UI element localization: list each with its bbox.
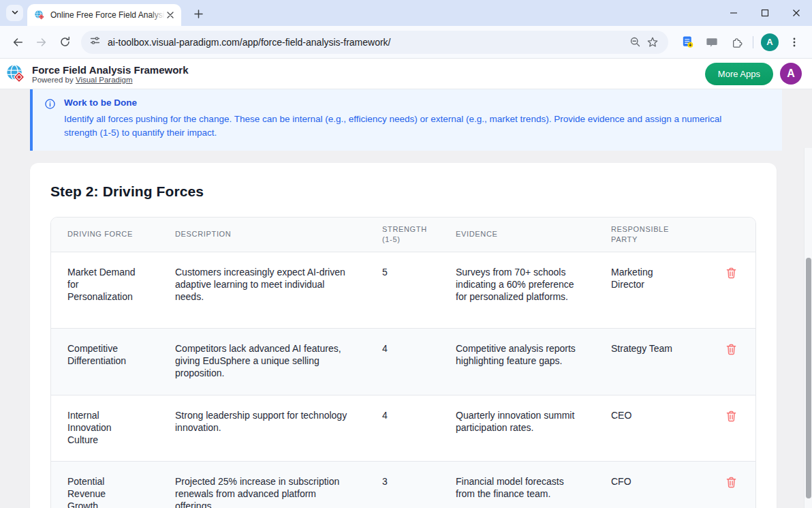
sidepanel-comment-icon[interactable]	[702, 32, 722, 53]
bookmark-star-icon[interactable]	[644, 33, 661, 51]
driving-forces-table: Driving Force Description Strength (1-5)…	[50, 217, 756, 508]
cell-responsible-party: Marketing Director	[595, 252, 690, 328]
cell-responsible-party: CEO	[595, 395, 690, 461]
back-button[interactable]	[7, 31, 28, 53]
app-header: Force Field Analysis Framework Powered b…	[0, 59, 812, 89]
delete-row-button[interactable]	[726, 410, 736, 422]
user-avatar[interactable]: A	[780, 63, 802, 85]
col-header-strength: Strength (1-5)	[366, 218, 439, 252]
page-scrollbar	[804, 148, 812, 508]
extensions-puzzle-icon[interactable]	[726, 32, 747, 53]
cell-evidence: Financial model forecasts from the finan…	[439, 461, 595, 508]
cell-strength: 4	[366, 328, 439, 395]
scrollbar-thumb[interactable]	[806, 258, 811, 498]
browser-profile-avatar[interactable]: A	[760, 32, 780, 53]
cell-description: Projected 25% increase in subscription r…	[159, 461, 366, 508]
tab-search-button[interactable]	[6, 5, 23, 21]
col-header-actions	[690, 218, 755, 252]
cell-evidence: Quarterly innovation summit participatio…	[439, 395, 595, 461]
tab-close-icon[interactable]	[165, 10, 176, 20]
site-settings-icon[interactable]	[89, 35, 101, 49]
banner-title: Work to be Done	[64, 98, 755, 108]
chevron-down-icon	[11, 7, 19, 19]
site-favicon-icon	[34, 10, 45, 20]
col-header-evidence: Evidence	[439, 218, 595, 252]
browser-menu-icon[interactable]	[784, 32, 805, 53]
tab-title: Online Free Force Field Analysis	[50, 10, 165, 20]
delete-row-button[interactable]	[726, 267, 736, 279]
toolbar-separator	[753, 36, 753, 48]
cell-strength: 5	[366, 252, 439, 328]
app-header-titles: Force Field Analysis Framework Powered b…	[32, 64, 189, 84]
cell-driving-force: Internal Innovation Culture	[51, 395, 159, 461]
url-text[interactable]: ai-toolbox.visual-paradigm.com/app/force…	[108, 37, 626, 48]
trash-icon	[726, 477, 736, 488]
banner-body: Identify all forces pushing for the chan…	[64, 113, 755, 140]
cell-driving-force: Potential Revenue Growth	[51, 461, 159, 508]
cell-driving-force: Market Demand for Personalization	[51, 252, 159, 328]
col-header-driving-force: Driving Force	[51, 218, 159, 252]
window-controls	[718, 0, 812, 26]
forward-button[interactable]	[31, 31, 52, 53]
info-banner: Work to be Done Identify all forces push…	[30, 89, 782, 151]
table-row: Market Demand for Personalization Custom…	[51, 252, 755, 328]
app-title: Force Field Analysis Framework	[32, 64, 189, 76]
cell-evidence: Surveys from 70+ schools indicating a 60…	[439, 252, 595, 328]
cell-strength: 3	[366, 461, 439, 508]
new-tab-button[interactable]	[189, 5, 207, 23]
window-maximize-button[interactable]	[749, 0, 781, 26]
address-bar[interactable]: ai-toolbox.visual-paradigm.com/app/force…	[81, 31, 668, 54]
col-header-description: Description	[159, 218, 366, 252]
extensions-area: A	[675, 32, 807, 53]
browser-tab[interactable]: Online Free Force Field Analysis	[27, 4, 181, 26]
cell-driving-force: Competitive Differentiation	[51, 328, 159, 395]
info-icon	[45, 99, 55, 140]
powered-by-line: Powered by Visual Paradigm	[32, 76, 189, 84]
browser-titlebar: Online Free Force Field Analysis	[0, 0, 812, 26]
browser-toolbar: ai-toolbox.visual-paradigm.com/app/force…	[0, 26, 812, 59]
cell-strength: 4	[366, 395, 439, 461]
cell-description: Competitors lack advanced AI features, g…	[159, 328, 366, 395]
trash-icon	[726, 267, 736, 279]
banner-text: Work to be Done Identify all forces push…	[64, 98, 755, 140]
page-content: Work to be Done Identify all forces push…	[0, 89, 812, 508]
delete-row-button[interactable]	[726, 344, 736, 355]
col-header-responsible-party: Responsible Party	[595, 218, 690, 252]
cell-responsible-party: Strategy Team	[595, 328, 690, 395]
window-minimize-button[interactable]	[718, 0, 749, 26]
reload-button[interactable]	[54, 31, 76, 53]
more-apps-button[interactable]: More Apps	[705, 63, 773, 85]
trash-icon	[726, 410, 736, 422]
cell-description: Strong leadership support for technology…	[159, 395, 366, 461]
translate-extension-icon[interactable]	[677, 32, 698, 53]
visual-paradigm-logo-icon	[5, 63, 26, 84]
table-row: Potential Revenue Growth Projected 25% i…	[51, 461, 755, 508]
visual-paradigm-link[interactable]: Visual Paradigm	[76, 76, 133, 84]
cell-responsible-party: CFO	[595, 461, 690, 508]
window-close-button[interactable]	[781, 0, 812, 26]
delete-row-button[interactable]	[726, 477, 736, 488]
cell-description: Customers increasingly expect AI-driven …	[159, 252, 366, 328]
table-header-row: Driving Force Description Strength (1-5)…	[51, 218, 755, 252]
driving-forces-card: Step 2: Driving Forces Driving Force Des…	[30, 163, 777, 508]
step-heading: Step 2: Driving Forces	[50, 183, 756, 200]
zoom-out-icon[interactable]	[626, 33, 644, 51]
table-row: Internal Innovation Culture Strong leade…	[51, 395, 755, 461]
trash-icon	[726, 344, 736, 355]
cell-evidence: Competitive analysis reports highlightin…	[439, 328, 595, 395]
table-row: Competitive Differentiation Competitors …	[51, 328, 755, 395]
